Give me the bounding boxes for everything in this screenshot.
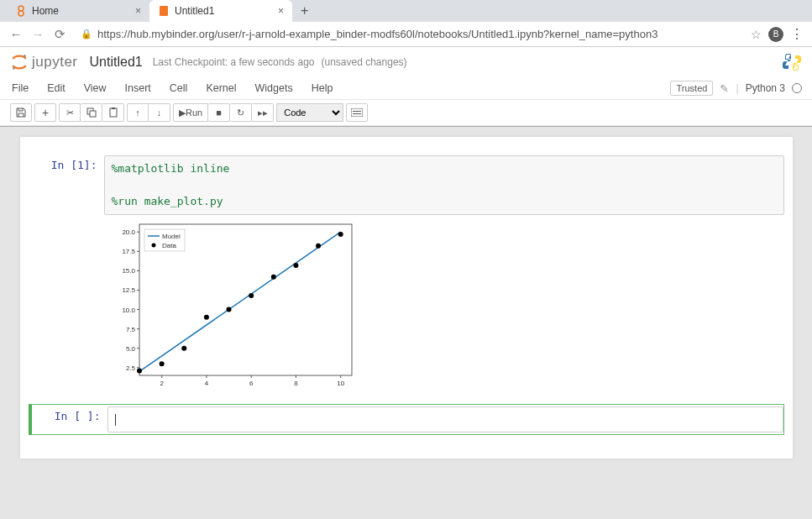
forward-button[interactable]: → — [30, 27, 45, 41]
svg-point-41 — [181, 345, 186, 350]
save-button[interactable] — [10, 103, 32, 122]
notebook-tab-icon — [158, 5, 170, 17]
toolbar: + ✂ ↑ ↓ ▶ Run ■ ↻ ▸▸ Code — [0, 100, 812, 126]
jupyter-logo-icon — [10, 53, 29, 71]
svg-rect-7 — [110, 108, 117, 117]
bookmark-star-icon[interactable]: ☆ — [751, 28, 762, 41]
notebook-container: In [1]: %matplotlib inline %run make_plo… — [20, 137, 793, 459]
jupyter-header: jupyter Untitled1 Last Checkpoint: a few… — [0, 47, 812, 77]
svg-text:7.5: 7.5 — [125, 325, 135, 333]
run-button[interactable]: ▶ Run — [173, 103, 208, 122]
close-icon[interactable]: × — [278, 5, 284, 17]
code-cell[interactable]: In [1]: %matplotlib inline %run make_plo… — [29, 154, 784, 217]
svg-text:2.5: 2.5 — [125, 364, 135, 371]
svg-text:4: 4 — [204, 380, 208, 387]
restart-button[interactable]: ↻ — [230, 103, 252, 122]
tab-home[interactable]: Home × — [7, 0, 149, 22]
svg-text:10: 10 — [337, 380, 344, 387]
restart-run-all-button[interactable]: ▸▸ — [252, 103, 274, 122]
lock-icon: 🔒 — [81, 29, 92, 39]
jupyter-tab-icon — [15, 5, 27, 17]
svg-point-45 — [270, 274, 275, 279]
notebook-name[interactable]: Untitled1 — [90, 55, 143, 70]
cell-output: 2.55.07.510.012.515.017.520.0246810Model… — [29, 220, 784, 391]
menu-insert[interactable]: Insert — [123, 79, 153, 97]
move-up-button[interactable]: ↑ — [127, 103, 149, 122]
reload-button[interactable]: ⟳ — [52, 27, 67, 42]
menu-cell[interactable]: Cell — [168, 79, 190, 97]
menu-view[interactable]: View — [82, 79, 108, 97]
kernel-indicator-icon — [792, 83, 802, 93]
menu-kernel[interactable]: Kernel — [204, 79, 238, 97]
svg-rect-8 — [112, 107, 115, 109]
svg-point-43 — [226, 307, 231, 312]
svg-point-39 — [137, 368, 142, 373]
svg-point-42 — [203, 314, 208, 319]
svg-point-46 — [293, 262, 298, 267]
run-icon: ▶ — [179, 107, 186, 118]
matplotlib-plot: 2.55.07.510.012.515.017.520.0246810Model… — [104, 220, 356, 388]
svg-text:17.5: 17.5 — [122, 248, 135, 255]
kernel-divider: | — [736, 82, 738, 94]
svg-text:20.0: 20.0 — [122, 228, 135, 236]
menu-widgets[interactable]: Widgets — [254, 79, 295, 97]
url-box[interactable]: 🔒 https://hub.mybinder.org/user/r-j-arno… — [74, 28, 744, 40]
browser-menu-button[interactable]: ⋮ — [790, 26, 804, 42]
checkpoint-status: Last Checkpoint: a few seconds ago — [153, 56, 315, 68]
svg-rect-2 — [160, 6, 168, 16]
svg-text:Model: Model — [162, 233, 181, 240]
menubar: File Edit View Insert Cell Kernel Widget… — [0, 77, 812, 100]
jupyter-header-area: jupyter Untitled1 Last Checkpoint: a few… — [0, 47, 812, 127]
svg-point-0 — [18, 6, 24, 11]
menu-file[interactable]: File — [10, 79, 30, 97]
python-logo-icon — [782, 52, 802, 72]
svg-point-1 — [18, 11, 24, 16]
kernel-name[interactable]: Python 3 — [746, 82, 785, 94]
svg-text:Data: Data — [162, 242, 176, 249]
command-palette-button[interactable] — [346, 103, 368, 122]
cell-prompt: In [ ]: — [32, 406, 107, 433]
svg-point-40 — [159, 361, 164, 366]
cut-button[interactable]: ✂ — [59, 103, 81, 122]
svg-rect-10 — [353, 111, 361, 112]
svg-text:2: 2 — [160, 380, 164, 387]
trusted-badge[interactable]: Trusted — [670, 81, 713, 96]
svg-point-52 — [151, 243, 155, 247]
add-cell-button[interactable]: + — [34, 103, 56, 122]
copy-button[interactable] — [81, 103, 102, 122]
menu-help[interactable]: Help — [310, 79, 335, 97]
jupyter-logo[interactable]: jupyter — [10, 53, 78, 71]
edit-icon[interactable]: ✎ — [720, 82, 729, 95]
svg-text:6: 6 — [249, 380, 253, 387]
stop-button[interactable]: ■ — [208, 103, 230, 122]
svg-text:10.0: 10.0 — [122, 306, 135, 313]
text-cursor — [115, 414, 116, 426]
svg-point-44 — [249, 292, 254, 297]
svg-point-3 — [24, 55, 26, 57]
svg-text:8: 8 — [294, 380, 298, 387]
back-button[interactable]: ← — [8, 27, 24, 41]
close-icon[interactable]: × — [135, 5, 141, 17]
jupyter-wordmark: jupyter — [32, 54, 78, 71]
svg-rect-6 — [90, 111, 96, 117]
tab-title: Untitled1 — [175, 5, 273, 17]
profile-avatar[interactable]: B — [768, 27, 783, 42]
cell-input[interactable] — [107, 406, 783, 433]
svg-point-4 — [13, 67, 15, 70]
tab-title: Home — [32, 5, 130, 17]
paste-button[interactable] — [102, 103, 124, 122]
cell-prompt: In [1]: — [29, 155, 104, 215]
new-tab-button[interactable]: + — [292, 0, 317, 22]
cell-input[interactable]: %matplotlib inline %run make_plot.py — [104, 155, 784, 215]
notebook-body[interactable]: In [1]: %matplotlib inline %run make_plo… — [0, 127, 812, 519]
svg-point-48 — [338, 232, 343, 237]
cell-type-select[interactable]: Code — [276, 103, 343, 122]
url-text: https://hub.mybinder.org/user/r-j-arnold… — [97, 28, 737, 40]
menu-edit[interactable]: Edit — [45, 79, 67, 97]
move-down-button[interactable]: ↓ — [149, 103, 170, 122]
svg-rect-11 — [353, 113, 361, 114]
tab-notebook[interactable]: Untitled1 × — [149, 0, 292, 22]
svg-text:5.0: 5.0 — [125, 344, 135, 352]
code-cell-active[interactable]: In [ ]: — [29, 404, 784, 436]
svg-text:12.5: 12.5 — [122, 286, 135, 294]
